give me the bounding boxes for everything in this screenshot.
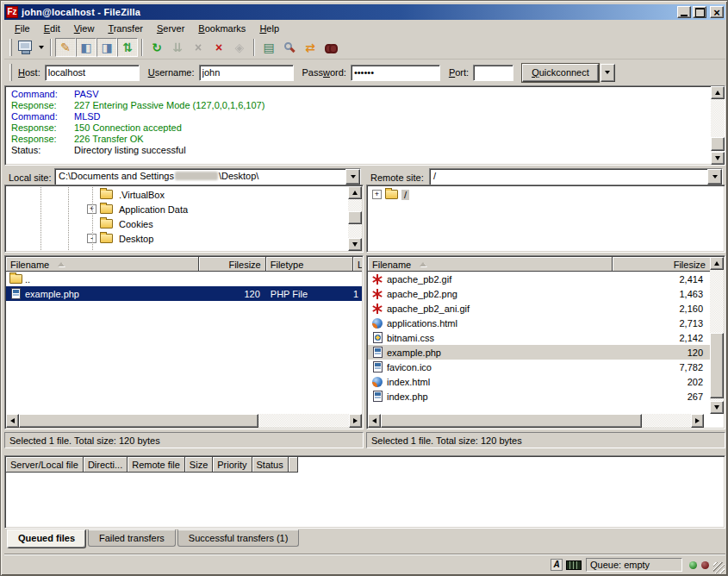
table-row[interactable]: applications.html2,713 bbox=[368, 316, 710, 330]
compare-directories-icon[interactable] bbox=[279, 38, 300, 57]
tree-expander-icon[interactable]: + bbox=[372, 190, 382, 199]
scroll-up-button[interactable] bbox=[710, 257, 724, 270]
scroll-down-button[interactable] bbox=[711, 152, 725, 165]
toggle-transfer-queue-icon[interactable]: ⇅ bbox=[117, 38, 138, 57]
table-row[interactable]: bitnami.css2,142 bbox=[368, 330, 710, 345]
tree-item[interactable]: +Application Data bbox=[87, 202, 363, 216]
scroll-left-button[interactable] bbox=[368, 414, 381, 428]
menu-help[interactable]: Help bbox=[252, 22, 286, 35]
scroll-up-button[interactable] bbox=[711, 86, 725, 99]
combo-dropdown-icon[interactable] bbox=[707, 169, 722, 185]
scroll-right-button[interactable] bbox=[349, 414, 362, 428]
quickbar-grip[interactable] bbox=[9, 64, 12, 81]
menu-server[interactable]: Server bbox=[150, 22, 191, 35]
queue-column-header[interactable]: Remote file bbox=[128, 457, 185, 473]
table-row[interactable]: index.php267 bbox=[368, 389, 710, 404]
remote-list-vscrollbar[interactable] bbox=[710, 257, 724, 414]
tab-successful-transfers[interactable]: Successful transfers (1) bbox=[177, 529, 300, 547]
log-scrollbar[interactable] bbox=[711, 86, 725, 165]
menu-file[interactable]: File bbox=[8, 22, 37, 35]
column-header-filesize[interactable]: Filesize bbox=[199, 257, 265, 272]
table-row[interactable]: .. bbox=[6, 272, 362, 286]
port-input[interactable] bbox=[473, 65, 513, 81]
tab-queued-files[interactable]: Queued files bbox=[7, 529, 86, 548]
toolbar-grip[interactable] bbox=[9, 39, 12, 56]
local-site-combo[interactable]: C:\Documents and Settings\Desktop\ bbox=[54, 168, 361, 185]
local-tree: .VirtualBox+Application DataCookies-Desk… bbox=[4, 185, 364, 253]
scroll-up-button[interactable] bbox=[348, 186, 362, 199]
table-row[interactable]: example.php120 bbox=[368, 345, 710, 360]
tree-item[interactable]: -Desktop bbox=[87, 231, 363, 246]
process-queue-icon[interactable]: ⇊ bbox=[167, 38, 188, 57]
maximize-button[interactable] bbox=[693, 6, 706, 18]
username-input[interactable] bbox=[199, 65, 294, 81]
menu-edit[interactable]: Edit bbox=[37, 22, 67, 35]
column-header-filename[interactable]: Filename bbox=[368, 257, 613, 272]
queue-column-header[interactable]: Directi... bbox=[84, 457, 128, 473]
scroll-track[interactable] bbox=[258, 414, 349, 428]
table-row[interactable]: apache_pb2_ani.gif2,160 bbox=[368, 301, 710, 316]
table-row[interactable]: example.php120PHP File1 bbox=[6, 286, 362, 301]
toggle-message-log-icon[interactable]: ✎ bbox=[55, 38, 76, 57]
toolbar-separator[interactable] bbox=[253, 39, 255, 56]
menu-transfer[interactable]: Transfer bbox=[101, 22, 150, 35]
scroll-down-button[interactable] bbox=[348, 238, 362, 251]
minimize-button[interactable] bbox=[677, 6, 691, 18]
folder-icon bbox=[100, 219, 113, 229]
toggle-local-tree-icon[interactable]: ◧ bbox=[76, 38, 96, 57]
toggle-remote-tree-icon[interactable]: ◨ bbox=[96, 38, 117, 57]
tree-item[interactable]: + / bbox=[367, 187, 725, 202]
queue-column-header[interactable]: Status bbox=[252, 457, 289, 473]
toolbar-separator[interactable] bbox=[141, 39, 143, 56]
refresh-icon[interactable]: ↻ bbox=[146, 38, 167, 57]
scroll-track[interactable] bbox=[642, 414, 691, 428]
column-header-lastmodified[interactable]: L bbox=[353, 257, 362, 272]
password-input[interactable] bbox=[351, 65, 440, 81]
scroll-thumb[interactable] bbox=[19, 414, 258, 428]
site-manager-dropdown-icon[interactable] bbox=[35, 38, 47, 57]
column-header-filename[interactable]: Filename bbox=[6, 257, 199, 272]
scroll-thumb[interactable] bbox=[348, 211, 362, 224]
table-row[interactable]: apache_pb2.gif2,414 bbox=[368, 272, 710, 286]
site-manager-icon[interactable] bbox=[15, 38, 35, 57]
column-header-filesize[interactable]: Filesize bbox=[613, 257, 710, 272]
quickconnect-dropdown-icon[interactable] bbox=[600, 64, 615, 82]
scroll-left-button[interactable] bbox=[6, 414, 19, 428]
remote-list-hscrollbar[interactable] bbox=[368, 414, 704, 428]
queue-column-header[interactable]: Size bbox=[185, 457, 213, 473]
host-input[interactable] bbox=[45, 65, 140, 81]
local-list-hscrollbar[interactable] bbox=[6, 414, 362, 428]
scroll-thumb[interactable] bbox=[381, 414, 642, 428]
tree-item[interactable]: .VirtualBox bbox=[87, 187, 363, 202]
remote-site-combo[interactable]: / bbox=[429, 168, 723, 185]
queue-column-header[interactable] bbox=[289, 457, 298, 473]
scroll-thumb[interactable] bbox=[710, 333, 724, 398]
speed-limits-icon[interactable] bbox=[566, 560, 582, 570]
menu-bookmarks[interactable]: Bookmarks bbox=[191, 22, 252, 35]
tree-item[interactable]: Cookies bbox=[87, 216, 363, 231]
table-row[interactable]: index.html202 bbox=[368, 374, 710, 389]
tab-failed-transfers[interactable]: Failed transfers bbox=[88, 529, 176, 547]
toolbar-separator[interactable] bbox=[50, 39, 52, 56]
local-tree-scrollbar[interactable] bbox=[348, 186, 362, 251]
reconnect-icon[interactable]: ◈ bbox=[229, 38, 250, 57]
queue-column-header[interactable]: Priority bbox=[213, 457, 252, 473]
scroll-right-button[interactable] bbox=[691, 414, 704, 428]
resize-grip[interactable] bbox=[713, 562, 725, 573]
column-header-filetype[interactable]: Filetype bbox=[266, 257, 353, 272]
queue-column-header[interactable]: Server/Local file bbox=[6, 457, 84, 473]
combo-dropdown-icon[interactable] bbox=[345, 169, 360, 185]
cancel-operation-icon[interactable]: × bbox=[188, 38, 208, 57]
table-row[interactable]: favicon.ico7,782 bbox=[368, 360, 710, 374]
synchronized-browsing-icon[interactable]: ⇄ bbox=[300, 38, 320, 57]
quickconnect-button[interactable]: Quickconnect bbox=[522, 64, 599, 82]
remote-file-list: Filename Filesize apache_pb2.gif2,414apa… bbox=[366, 255, 725, 429]
directory-filters-icon[interactable]: ▤ bbox=[258, 38, 279, 57]
find-files-icon[interactable] bbox=[320, 38, 341, 57]
disconnect-icon[interactable]: × bbox=[208, 38, 229, 57]
table-row[interactable]: apache_pb2.png1,463 bbox=[368, 286, 710, 301]
scroll-down-button[interactable] bbox=[710, 401, 724, 414]
scroll-thumb[interactable] bbox=[711, 137, 725, 151]
menu-view[interactable]: View bbox=[67, 22, 102, 35]
close-button[interactable] bbox=[710, 6, 724, 18]
